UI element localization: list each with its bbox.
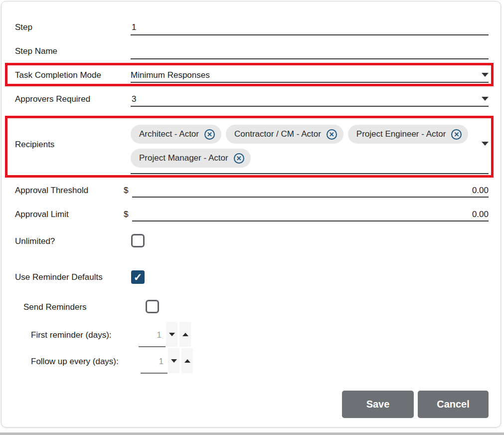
recipient-chip: Architect - Actor ✕	[131, 125, 221, 144]
unlimited-checkbox[interactable]	[131, 234, 145, 247]
unlimited-label: Unlimited?	[15, 236, 55, 247]
screen: Step 1 Step Name Task Completion Mode Mi…	[0, 0, 504, 435]
first-reminder-input[interactable]	[139, 346, 166, 347]
follow-up-value[interactable]: 1	[141, 357, 164, 367]
approval-threshold-label: Approval Threshold	[15, 185, 88, 196]
first-reminder-increment-button[interactable]	[179, 322, 191, 347]
follow-up-increment-button[interactable]	[181, 348, 193, 373]
triangle-down-icon	[169, 333, 175, 336]
recipient-chip-label: Project Engineer - Actor	[356, 129, 446, 139]
first-reminder-decrement-button[interactable]	[166, 322, 177, 347]
save-button[interactable]: Save	[342, 391, 414, 418]
chevron-down-icon[interactable]	[482, 73, 489, 77]
step-name-input[interactable]	[131, 58, 489, 59]
follow-up-decrement-button[interactable]	[168, 348, 179, 373]
triangle-up-icon	[184, 359, 190, 363]
cancel-button[interactable]: Cancel	[418, 391, 489, 418]
checkmark-icon: ✓	[134, 271, 143, 283]
first-reminder-label: First reminder (days):	[31, 330, 112, 341]
step-name-label: Step Name	[15, 46, 57, 57]
approvers-required-label: Approvers Required	[15, 94, 90, 105]
approval-threshold-input[interactable]	[132, 197, 489, 198]
use-reminder-defaults-checkbox[interactable]: ✓	[131, 270, 145, 284]
remove-recipient-icon[interactable]: ✕	[327, 129, 337, 140]
triangle-down-icon	[171, 359, 177, 363]
approvers-required-value[interactable]: 3	[132, 94, 136, 105]
approval-threshold-value: 0.00	[472, 185, 489, 196]
task-completion-mode-label: Task Completion Mode	[15, 70, 101, 81]
step-value: 1	[132, 22, 136, 33]
follow-up-label: Follow up every (days):	[31, 356, 119, 367]
recipient-chip-label: Architect - Actor	[139, 129, 199, 139]
chevron-down-icon[interactable]	[482, 97, 489, 101]
first-reminder-value[interactable]: 1	[139, 330, 162, 340]
send-reminders-checkbox[interactable]	[146, 300, 159, 313]
currency-symbol: $	[124, 209, 128, 220]
recipient-chip-label: Contractor / CM - Actor	[234, 129, 321, 139]
currency-symbol: $	[124, 185, 128, 196]
recipient-chip: Project Manager - Actor ✕	[131, 149, 251, 168]
approvers-required-select[interactable]	[131, 106, 489, 107]
recipient-chip: Project Engineer - Actor ✕	[348, 125, 469, 144]
window-bottom-edge	[0, 433, 504, 435]
chevron-down-icon[interactable]	[482, 142, 489, 146]
recipients-chip-list[interactable]: Architect - Actor ✕ Contractor / CM - Ac…	[131, 125, 482, 168]
recipients-select[interactable]	[131, 173, 489, 174]
task-completion-mode-value[interactable]: Minimum Responses	[131, 70, 210, 81]
approval-limit-input[interactable]	[132, 220, 489, 221]
task-completion-mode-select[interactable]	[131, 82, 489, 83]
step-label: Step	[15, 22, 32, 33]
recipients-label: Recipients	[15, 139, 54, 150]
remove-recipient-icon[interactable]: ✕	[204, 129, 215, 140]
recipient-chip-label: Project Manager - Actor	[139, 153, 228, 163]
approval-limit-label: Approval Limit	[15, 209, 69, 220]
remove-recipient-icon[interactable]: ✕	[234, 153, 244, 164]
follow-up-input[interactable]	[141, 373, 168, 374]
step-input[interactable]	[131, 34, 489, 35]
remove-recipient-icon[interactable]: ✕	[451, 129, 462, 140]
approval-limit-value: 0.00	[472, 209, 489, 220]
recipient-chip: Contractor / CM - Actor ✕	[226, 125, 343, 144]
triangle-up-icon	[182, 333, 188, 336]
use-reminder-defaults-label: Use Reminder Defaults	[15, 272, 103, 283]
send-reminders-label: Send Reminders	[23, 302, 87, 313]
